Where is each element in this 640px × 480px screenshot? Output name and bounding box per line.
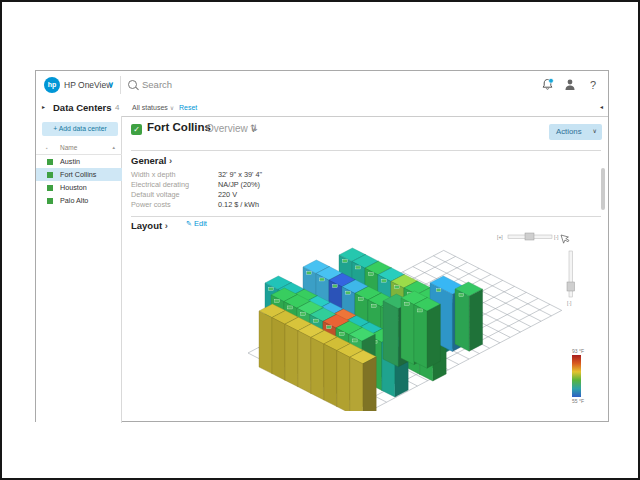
rack-label-chip: [436, 289, 441, 292]
rack-label-chip: [356, 266, 361, 269]
rack-face[interactable]: [383, 301, 398, 367]
rack-label-chip: [405, 302, 410, 305]
field-label: Width x depth: [131, 170, 176, 179]
search-icon: [128, 80, 137, 89]
status-ok-icon: [47, 198, 53, 204]
rack-face[interactable]: [259, 311, 272, 374]
rack-label-chip: [301, 313, 306, 316]
field-label: Power costs: [131, 200, 171, 209]
divider: [131, 216, 601, 217]
rack-face[interactable]: [363, 357, 376, 411]
rack-label-chip: [327, 326, 332, 329]
legend-max-label: 93 °F: [572, 348, 584, 354]
zoom-in-label[interactable]: [+]: [497, 234, 503, 240]
mouse-cursor-icon: [561, 235, 569, 243]
sidebar-item-fort-collins[interactable]: Fort Collins: [36, 168, 122, 181]
rack-face[interactable]: [414, 305, 427, 369]
divider: [131, 150, 601, 151]
rack-face[interactable]: [285, 324, 298, 387]
chevron-down-icon: ∨: [593, 124, 597, 140]
rack-face[interactable]: [427, 304, 440, 368]
field-label: Electrical derating: [131, 180, 189, 189]
help-icon[interactable]: ?: [590, 79, 596, 91]
data-center-name: Fort Collins: [60, 168, 96, 181]
page: hp HP OneView ∨ Search ? ▸ D: [0, 0, 640, 480]
layout-3d-view[interactable]: [+][-][·]93 °F55 °F: [236, 225, 596, 411]
field-value: 0.12 $ / kWh: [218, 200, 259, 209]
rack-label-chip: [320, 278, 325, 281]
scrollbar-thumb[interactable]: [601, 168, 605, 210]
bell-icon[interactable]: [541, 78, 554, 96]
field-label: Default voltage: [131, 190, 180, 199]
rack-face[interactable]: [455, 289, 469, 351]
rack-label-chip: [369, 273, 374, 276]
rack-label-chip: [288, 306, 293, 309]
app-window: hp HP OneView ∨ Search ? ▸ D: [35, 70, 609, 422]
name-column-header[interactable]: Name: [60, 144, 77, 151]
top-bar: hp HP OneView ∨ Search ?: [36, 71, 608, 100]
zoom-out-label[interactable]: [-]: [554, 234, 559, 240]
rack-label-chip: [395, 286, 400, 289]
rotate-slider-handle[interactable]: [567, 282, 575, 291]
layout-edit-link[interactable]: ✎ Edit: [186, 219, 207, 228]
field-value: 220 V: [218, 190, 237, 199]
layout-section-heading[interactable]: Layout ›: [131, 220, 168, 231]
sidebar-item-houston[interactable]: Houston: [36, 181, 122, 194]
rack-label-chip: [275, 299, 280, 302]
search-input[interactable]: Search: [142, 71, 172, 99]
general-section-heading[interactable]: General ›: [131, 155, 172, 166]
rack-face[interactable]: [337, 351, 350, 411]
hp-logo-text: hp: [48, 81, 57, 88]
hp-logo: hp: [44, 77, 60, 93]
view-selector[interactable]: Overview ∨: [206, 123, 256, 134]
detail-title: Fort Collins: [147, 121, 211, 133]
rack-label-chip: [333, 285, 338, 288]
rack-label-chip: [359, 298, 364, 301]
page-title: Data Centers: [53, 99, 112, 116]
rack-label-chip: [382, 279, 387, 282]
resource-count: 4: [115, 99, 119, 116]
rack-label-chip: [459, 294, 464, 297]
reset-filter-link[interactable]: Reset: [179, 99, 197, 116]
rack-label-chip: [269, 287, 274, 290]
sidebar-item-austin[interactable]: Austin: [36, 155, 122, 168]
field-value: 32' 9" x 39' 4": [218, 170, 262, 179]
rack-label-chip: [314, 319, 319, 322]
collapse-left-icon[interactable]: ◂: [600, 99, 603, 116]
rack-label-chip: [340, 332, 345, 335]
filter-bar: ▸ Data Centers 4 All statuses ∨ Reset ◂: [36, 99, 608, 117]
rack-label-chip: [418, 309, 423, 312]
chevron-down-icon: ∨: [170, 105, 174, 111]
zoom-slider-handle[interactable]: [525, 233, 534, 240]
rack-face[interactable]: [401, 298, 414, 365]
sidebar-item-palo-alto[interactable]: Palo Alto: [36, 194, 122, 207]
data-center-name: Houston: [60, 181, 87, 194]
pencil-icon: ✎: [186, 220, 192, 227]
status-column-icon[interactable]: ▪: [46, 145, 48, 151]
add-data-center-button[interactable]: + Add data center: [42, 122, 118, 136]
rack-face[interactable]: [469, 289, 482, 351]
chevron-right-icon: ›: [169, 155, 172, 166]
status-ok-icon: [47, 185, 53, 191]
actions-button[interactable]: Actions ∨: [549, 124, 602, 140]
status-ok-icon: [47, 159, 53, 165]
rack-label-chip: [307, 271, 312, 274]
temperature-legend-gradient: [572, 355, 581, 397]
topbar-separator: [120, 76, 121, 94]
related-resources-icon[interactable]: ⇅: [250, 123, 258, 133]
rack-face[interactable]: [311, 337, 324, 400]
user-icon[interactable]: [564, 78, 576, 96]
rotate-slider-end-label: [·]: [567, 300, 572, 306]
expand-right-icon[interactable]: ▸: [42, 99, 45, 116]
sidebar-table-header: ▪ Name ▲: [36, 142, 122, 155]
rack-face[interactable]: [298, 331, 311, 394]
rack-face[interactable]: [350, 357, 363, 411]
chevron-right-icon: ›: [165, 220, 168, 231]
rack-face[interactable]: [272, 318, 285, 381]
status-ok-checkbox: ✓: [131, 124, 142, 135]
rack-face[interactable]: [324, 344, 337, 407]
sort-asc-icon[interactable]: ▲: [112, 145, 116, 150]
status-filter-dropdown[interactable]: All statuses ∨: [132, 99, 174, 116]
brand-dropdown-icon[interactable]: ∨: [108, 71, 114, 99]
rack-label-chip: [372, 304, 377, 307]
